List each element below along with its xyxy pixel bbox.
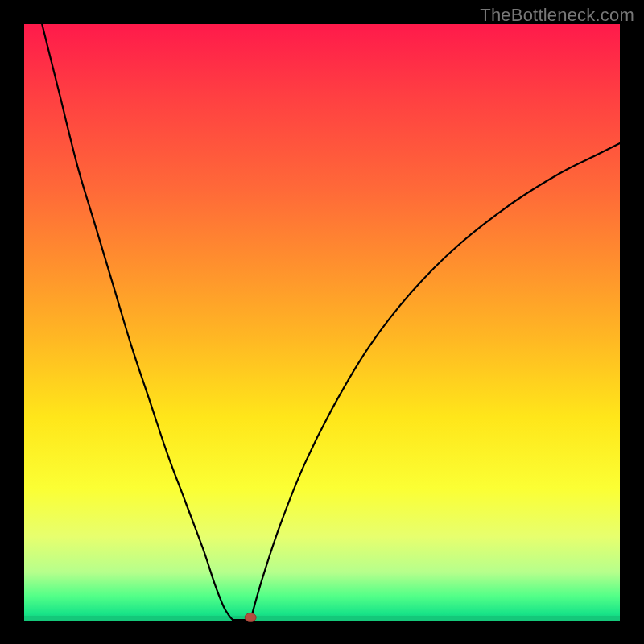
chart-frame: TheBottleneck.com bbox=[0, 0, 644, 644]
curve-left-branch bbox=[42, 24, 233, 620]
curve-right-branch bbox=[250, 143, 620, 620]
plot-area bbox=[24, 24, 620, 620]
chart-svg bbox=[24, 24, 620, 620]
watermark-text: TheBottleneck.com bbox=[480, 5, 634, 26]
optimum-marker bbox=[245, 613, 256, 622]
